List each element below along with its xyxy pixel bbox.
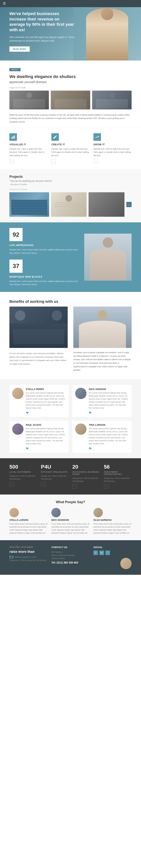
hero-read-more-button[interactable]: READ MORE [9,46,30,52]
visualize-arrow[interactable]: → [9,159,14,163]
number-arrow-plans[interactable]: → [73,484,77,489]
team-avatar-nick [75,388,86,399]
about-badge: ABOUT [9,68,21,71]
feature-grow: GROW IT Sample text. Click to select the… [93,133,132,164]
number-text-investments: Sample text. Click to select the Text El… [104,477,132,483]
stat-text-2: Sample text. Lorem ipsum dolor sit amet,… [9,280,81,286]
stat-number-2: 37 [12,262,19,270]
benefits-left-text: Ut eros ad minim veniam, quis nostrud ex… [9,352,68,366]
project-card-2 [51,192,87,217]
footer-social-title: SOCIAL [93,546,132,549]
about-image-3 [92,91,132,110]
team-card-nick: NICK HUDSON Arcu sociis amet pretium hig… [73,385,132,417]
number-text-customers: Sample text. Click to select the Text El… [9,474,37,480]
number-item-specialists: P4U EFFICIENT SPECIALISTS Sample text. C… [41,464,69,489]
instagram-icon[interactable]: in [100,551,104,555]
projects-image-credit: Image from Unsplash [9,188,132,190]
stat-first: 92 LIFE IMPRESSIONS Sample text. Lorem i… [9,228,81,255]
feature-create: CREATE IT Sample text. Click to select t… [51,133,89,164]
stats-person-image [84,234,132,281]
testimonial-text-nick: Fusce tellus lorem velit sed faucibus tu… [51,523,89,534]
number-value-plans: 20 [73,464,100,470]
team-text-stella: Arcu sociis amet pretium highrise that o… [26,392,66,409]
benefits-right-text: Excepteur sint occaecat cupidatat non pr… [73,351,132,372]
stat-number-box-2: 37 [9,259,23,273]
footer-email-icon-row: SAMPLE@INFO.COM [9,556,48,558]
benefits-title: Benefits of working with us [9,300,132,304]
number-arrow-specialists[interactable]: → [41,482,46,487]
benefits-person-figure [73,307,132,348]
grow-arrow[interactable]: → [93,159,98,163]
number-value-customers: 500 [9,464,37,470]
testimonial-name-stella: STELLA LARSON [9,519,48,521]
about-text: While we were not the first home cleanin… [9,113,132,124]
about-title: We dwelling elegance do shutters [9,74,132,80]
team-text-tina: Arcu sociis amet pretium highrise that o… [89,427,129,445]
hero-image-area [73,0,141,61]
feature-visualize: VISUALIZE IT Sample text. Click to selec… [9,133,48,164]
grow-title: GROW IT [93,143,132,146]
visualize-icon [9,133,17,141]
visualize-text: Sample text. Click to select the Text El… [9,147,48,157]
create-arrow[interactable]: → [51,159,56,163]
footer-person-avatar [120,558,132,569]
stat-second: 37 BENEFIQUE WEB BLOCKS Sample text. Lor… [9,259,81,286]
numbers-section: 500 LOYAL CUSTOMERS Sample text. Click t… [0,458,141,495]
svg-rect-0 [11,137,12,139]
testimonial-avatar-nick [51,508,61,517]
benefits-left-col: Ut eros ad minim veniam, quis nostrud ex… [9,307,68,372]
features-section: VISUALIZE IT Sample text. Click to selec… [0,127,141,169]
stat-number-box-1: 92 [9,228,23,241]
number-item-plans: 20 SUCCESSFUL BUSINESS PLANS Sample text… [73,464,100,489]
team-info-stella: STELLA PERRY Arcu sociis amet pretium hi… [26,388,66,414]
team-grid: STELLA PERRY Arcu sociis amet pretium hi… [9,385,132,453]
team-twitter-nick[interactable]: 🐦 [89,411,129,414]
visualize-title: VISUALIZE IT [9,143,48,146]
team-info-nick: NICK HUDSON Arcu sociis amet pretium hig… [89,388,129,414]
testimonials-section: What People Say? STELLA LARSON Fusce tel… [0,495,141,540]
stats-left: 92 LIFE IMPRESSIONS Sample text. Lorem i… [9,228,81,286]
footer-email-link[interactable]: SAMPLE@INFO.COM [15,556,35,558]
carousel-next-arrow[interactable]: › [126,202,132,207]
projects-title: Projects [9,175,132,179]
twitter-icon[interactable]: 🐦 [106,551,110,555]
projects-author: - Benjamin Franklin [9,183,132,186]
footer-since: Since 2002, we've helped [9,546,48,548]
footer-contact-title: CONTACT US [51,546,89,549]
number-label-specialists: EFFICIENT SPECIALISTS [41,471,69,473]
number-value-specialists: P4U [41,464,69,470]
number-text-specialists: Sample text. Click to select the Text El… [41,474,69,480]
hero-subtitle: Nibh venenatis cras sed felis eget urna … [9,35,75,43]
hero-content: We've helped businesses increase their r… [9,11,75,52]
features-grid: VISUALIZE IT Sample text. Click to selec… [9,133,132,164]
team-twitter-paul[interactable]: 🐦 [26,447,66,450]
testimonial-olga: OLGA NARNOVA Fusce tellus lorem velit se… [93,508,132,534]
facebook-icon[interactable]: f [93,551,98,555]
number-label-customers: LOYAL CUSTOMERS [9,471,37,473]
team-twitter-stella[interactable]: 🐦 [26,411,66,414]
number-item-customers: 500 LOYAL CUSTOMERS Sample text. Click t… [9,464,37,489]
testimonials-grid: STELLA LARSON Fusce tellus lorem velit s… [9,508,132,534]
benefits-two-col: Ut eros ad minim veniam, quis nostrud ex… [9,307,132,372]
benefits-right-col: Excepteur sint occaecat cupidatat non pr… [73,307,132,372]
project-card-3 [89,192,124,217]
footer-cta-text: Sample text. Click to select the Test El… [9,559,48,561]
create-icon [51,133,59,141]
team-name-tina: TINA LARSON [89,424,129,426]
testimonial-avatar-stella [9,508,19,517]
stat-number-1: 92 [12,231,19,238]
projects-section: Projects "You can do anything you set yo… [0,169,141,222]
number-arrow-investments[interactable]: → [104,484,109,489]
testimonial-text-stella: Fusce tellus lorem velit sed faucibus tu… [9,523,48,534]
team-twitter-tina[interactable]: 🐦 [89,447,129,450]
numbers-grid: 500 LOYAL CUSTOMERS Sample text. Click t… [9,464,132,489]
project-card-1 [9,192,49,217]
hamburger-menu[interactable]: ☰ [0,0,141,7]
team-info-tina: TINA LARSON Arcu sociis amet pretium hig… [89,424,129,450]
team-name-stella: STELLA PERRY [26,388,66,391]
team-text-paul: Arcu sociis amet pretium highrise that o… [26,427,66,445]
number-arrow-customers[interactable]: → [9,482,14,487]
stats-section: 92 LIFE IMPRESSIONS Sample text. Lorem i… [0,222,141,292]
team-card-tina: TINA LARSON Arcu sociis amet pretium hig… [73,421,132,453]
hero-title: We've helped businesses increase their r… [9,11,75,33]
